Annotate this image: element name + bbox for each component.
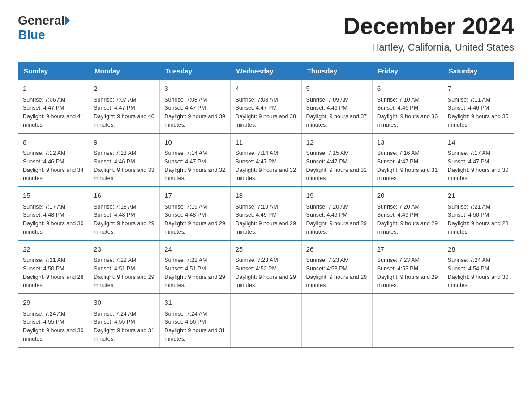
header-thursday: Thursday — [301, 63, 372, 80]
day-info: Sunrise: 7:24 AMSunset: 4:54 PMDaylight:… — [448, 257, 509, 288]
day-number: 14 — [448, 137, 509, 148]
day-number: 16 — [94, 191, 155, 201]
day-number: 28 — [448, 244, 509, 255]
calendar-week-row: 22Sunrise: 7:21 AMSunset: 4:50 PMDayligh… — [18, 240, 514, 294]
day-info: Sunrise: 7:17 AMSunset: 4:47 PMDaylight:… — [448, 150, 509, 181]
table-row — [443, 294, 514, 347]
header-saturday: Saturday — [443, 63, 514, 80]
day-info: Sunrise: 7:14 AMSunset: 4:47 PMDaylight:… — [235, 150, 296, 181]
day-info: Sunrise: 7:23 AMSunset: 4:53 PMDaylight:… — [306, 257, 367, 288]
day-number: 30 — [94, 298, 155, 308]
day-number: 4 — [235, 84, 296, 94]
day-number: 19 — [306, 191, 368, 201]
logo-triangle-icon — [65, 16, 70, 25]
table-row: 8Sunrise: 7:12 AMSunset: 4:46 PMDaylight… — [18, 133, 89, 187]
day-info: Sunrise: 7:23 AMSunset: 4:52 PMDaylight:… — [235, 257, 296, 288]
table-row — [231, 294, 301, 347]
table-row: 20Sunrise: 7:20 AMSunset: 4:49 PMDayligh… — [372, 187, 443, 240]
calendar-week-row: 1Sunrise: 7:06 AMSunset: 4:47 PMDaylight… — [18, 80, 514, 133]
day-number: 1 — [23, 84, 84, 94]
calendar-table: Sunday Monday Tuesday Wednesday Thursday… — [18, 62, 514, 348]
day-info: Sunrise: 7:18 AMSunset: 4:48 PMDaylight:… — [94, 204, 154, 235]
table-row — [372, 294, 443, 347]
header-wednesday: Wednesday — [231, 63, 301, 80]
day-number: 12 — [306, 137, 368, 148]
table-row: 25Sunrise: 7:23 AMSunset: 4:52 PMDayligh… — [231, 240, 301, 294]
table-row: 5Sunrise: 7:09 AMSunset: 4:46 PMDaylight… — [301, 80, 372, 133]
table-row: 31Sunrise: 7:24 AMSunset: 4:56 PMDayligh… — [160, 294, 231, 347]
day-info: Sunrise: 7:22 AMSunset: 4:51 PMDaylight:… — [94, 257, 154, 288]
table-row: 2Sunrise: 7:07 AMSunset: 4:47 PMDaylight… — [89, 80, 160, 133]
logo-blue-text: Blue — [18, 28, 45, 42]
day-info: Sunrise: 7:21 AMSunset: 4:50 PMDaylight:… — [23, 257, 84, 288]
day-info: Sunrise: 7:24 AMSunset: 4:56 PMDaylight:… — [164, 311, 225, 342]
day-number: 29 — [23, 298, 84, 308]
table-row: 10Sunrise: 7:14 AMSunset: 4:47 PMDayligh… — [160, 133, 231, 187]
day-info: Sunrise: 7:08 AMSunset: 4:47 PMDaylight:… — [164, 97, 225, 128]
table-row: 13Sunrise: 7:16 AMSunset: 4:47 PMDayligh… — [372, 133, 443, 187]
day-number: 5 — [306, 84, 368, 94]
day-info: Sunrise: 7:11 AMSunset: 4:46 PMDaylight:… — [448, 97, 509, 128]
day-number: 22 — [23, 244, 84, 255]
day-info: Sunrise: 7:17 AMSunset: 4:48 PMDaylight:… — [23, 204, 84, 235]
day-info: Sunrise: 7:24 AMSunset: 4:55 PMDaylight:… — [94, 311, 154, 342]
day-info: Sunrise: 7:10 AMSunset: 4:46 PMDaylight:… — [377, 97, 438, 128]
day-number: 13 — [377, 137, 438, 148]
day-info: Sunrise: 7:24 AMSunset: 4:55 PMDaylight:… — [23, 311, 84, 342]
table-row: 6Sunrise: 7:10 AMSunset: 4:46 PMDaylight… — [372, 80, 443, 133]
day-number: 8 — [23, 137, 84, 148]
day-number: 7 — [448, 84, 509, 94]
table-row: 27Sunrise: 7:23 AMSunset: 4:53 PMDayligh… — [372, 240, 443, 294]
day-info: Sunrise: 7:22 AMSunset: 4:51 PMDaylight:… — [164, 257, 225, 288]
table-row: 30Sunrise: 7:24 AMSunset: 4:55 PMDayligh… — [89, 294, 160, 347]
table-row: 7Sunrise: 7:11 AMSunset: 4:46 PMDaylight… — [443, 80, 514, 133]
day-number: 20 — [377, 191, 438, 201]
table-row: 17Sunrise: 7:19 AMSunset: 4:48 PMDayligh… — [160, 187, 231, 240]
header-friday: Friday — [372, 63, 443, 80]
logo: General Blue — [18, 13, 71, 42]
day-number: 11 — [235, 137, 296, 148]
day-info: Sunrise: 7:06 AMSunset: 4:47 PMDaylight:… — [23, 97, 84, 128]
table-row: 3Sunrise: 7:08 AMSunset: 4:47 PMDaylight… — [160, 80, 231, 133]
location-title: Hartley, California, United States — [343, 42, 514, 53]
day-info: Sunrise: 7:20 AMSunset: 4:49 PMDaylight:… — [306, 204, 367, 235]
header: General Blue December 2024 Hartley, Cali… — [18, 13, 514, 53]
table-row: 19Sunrise: 7:20 AMSunset: 4:49 PMDayligh… — [301, 187, 372, 240]
table-row: 24Sunrise: 7:22 AMSunset: 4:51 PMDayligh… — [160, 240, 231, 294]
day-number: 15 — [23, 191, 84, 201]
day-number: 21 — [448, 191, 509, 201]
day-number: 23 — [94, 244, 155, 255]
table-row: 16Sunrise: 7:18 AMSunset: 4:48 PMDayligh… — [89, 187, 160, 240]
title-area: December 2024 Hartley, California, Unite… — [343, 13, 514, 53]
day-info: Sunrise: 7:12 AMSunset: 4:46 PMDaylight:… — [23, 150, 84, 181]
table-row: 4Sunrise: 7:08 AMSunset: 4:47 PMDaylight… — [231, 80, 301, 133]
table-row: 9Sunrise: 7:13 AMSunset: 4:46 PMDaylight… — [89, 133, 160, 187]
day-info: Sunrise: 7:16 AMSunset: 4:47 PMDaylight:… — [377, 150, 438, 181]
table-row: 11Sunrise: 7:14 AMSunset: 4:47 PMDayligh… — [231, 133, 301, 187]
calendar-week-row: 29Sunrise: 7:24 AMSunset: 4:55 PMDayligh… — [18, 294, 514, 347]
day-info: Sunrise: 7:21 AMSunset: 4:50 PMDaylight:… — [448, 204, 509, 235]
table-row: 23Sunrise: 7:22 AMSunset: 4:51 PMDayligh… — [89, 240, 160, 294]
day-info: Sunrise: 7:08 AMSunset: 4:47 PMDaylight:… — [235, 97, 296, 128]
table-row — [301, 294, 372, 347]
table-row: 18Sunrise: 7:19 AMSunset: 4:49 PMDayligh… — [231, 187, 301, 240]
day-number: 25 — [235, 244, 296, 255]
logo-general-text: General — [18, 13, 64, 28]
day-number: 26 — [306, 244, 368, 255]
day-info: Sunrise: 7:13 AMSunset: 4:46 PMDaylight:… — [94, 150, 154, 181]
table-row: 21Sunrise: 7:21 AMSunset: 4:50 PMDayligh… — [443, 187, 514, 240]
day-number: 6 — [377, 84, 438, 94]
day-number: 18 — [235, 191, 296, 201]
day-number: 9 — [94, 137, 155, 148]
day-number: 27 — [377, 244, 438, 255]
header-tuesday: Tuesday — [160, 63, 231, 80]
table-row: 28Sunrise: 7:24 AMSunset: 4:54 PMDayligh… — [443, 240, 514, 294]
month-title: December 2024 — [343, 13, 514, 39]
calendar-week-row: 8Sunrise: 7:12 AMSunset: 4:46 PMDaylight… — [18, 133, 514, 187]
table-row: 22Sunrise: 7:21 AMSunset: 4:50 PMDayligh… — [18, 240, 89, 294]
day-number: 3 — [164, 84, 226, 94]
table-row: 1Sunrise: 7:06 AMSunset: 4:47 PMDaylight… — [18, 80, 89, 133]
table-row: 29Sunrise: 7:24 AMSunset: 4:55 PMDayligh… — [18, 294, 89, 347]
table-row: 26Sunrise: 7:23 AMSunset: 4:53 PMDayligh… — [301, 240, 372, 294]
day-info: Sunrise: 7:23 AMSunset: 4:53 PMDaylight:… — [377, 257, 438, 288]
